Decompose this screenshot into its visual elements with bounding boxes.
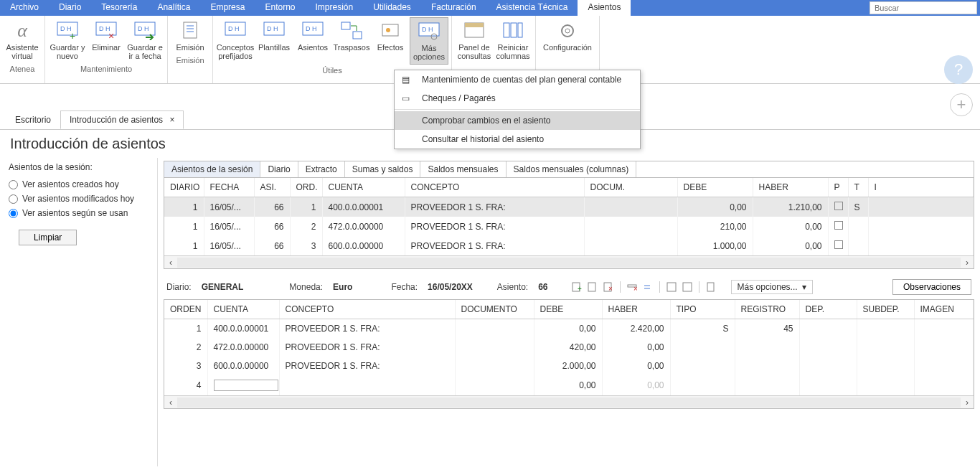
col-t[interactable]: T — [848, 178, 868, 197]
dd-comprobar-cambios[interactable]: Comprobar cambios en el asiento — [395, 111, 640, 130]
tb-remove-row[interactable]: × — [625, 280, 639, 294]
col-haber[interactable]: HABER — [602, 300, 670, 319]
dd-cheques-pagares[interactable]: ▭ Cheques / Pagarés — [395, 89, 640, 108]
radio-modificados-hoy[interactable]: Ver asientos modificados hoy — [9, 194, 149, 204]
ribbon-eliminar[interactable]: D H× Eliminar — [87, 17, 126, 63]
col-documento[interactable]: DOCUMENTO — [455, 300, 534, 319]
col-asi[interactable]: ASI. — [254, 178, 290, 197]
tb-swap[interactable] — [641, 280, 655, 294]
gtab-saldos-mensuales-col[interactable]: Saldos mensuales (columnas) — [507, 161, 637, 177]
col-diario[interactable]: DIARIO — [164, 178, 204, 197]
col-fecha[interactable]: FECHA — [204, 178, 254, 197]
close-icon[interactable]: × — [169, 115, 174, 125]
scroll-track[interactable] — [177, 398, 961, 408]
ribbon-panel-consultas[interactable]: Panel de consultas — [455, 17, 494, 63]
col-concepto[interactable]: CONCEPTO — [405, 178, 584, 197]
col-haber[interactable]: HABER — [753, 178, 828, 197]
col-i[interactable]: I — [868, 178, 974, 197]
menu-asientos[interactable]: Asientos — [578, 0, 631, 16]
col-docum[interactable]: DOCUM. — [584, 178, 677, 197]
ribbon-efectos[interactable]: Efectos — [371, 17, 410, 65]
gtab-saldos-mensuales[interactable]: Saldos mensuales — [420, 161, 506, 177]
col-debe[interactable]: DEBE — [534, 300, 602, 319]
help-button[interactable]: ? — [944, 55, 973, 84]
table-row[interactable]: 116/05/...661400.0.0.00001PROVEEDOR 1 S.… — [164, 197, 974, 217]
ribbon-guardar-ir-fecha[interactable]: D H Guardar e ir a fecha — [126, 17, 164, 63]
ribbon-reiniciar-columnas[interactable]: Reiniciar columnas — [494, 17, 532, 63]
cell-cuenta[interactable] — [207, 375, 279, 395]
ribbon-conceptos-prefijados[interactable]: D H Conceptos prefijados — [216, 17, 255, 65]
cell-p[interactable] — [828, 197, 848, 217]
table-row[interactable]: 40,000,00 — [164, 375, 974, 395]
table-row[interactable]: 2472.0.0.00000PROVEEDOR 1 S. FRA:420,000… — [164, 338, 974, 357]
menu-diario[interactable]: Diario — [49, 0, 91, 16]
col-ord[interactable]: ORD. — [290, 178, 322, 197]
col-registro[interactable]: REGISTRO — [735, 300, 799, 319]
col-subdep[interactable]: SUBDEP. — [857, 300, 914, 319]
table-row[interactable]: 1400.0.0.00001PROVEEDOR 1 S. FRA:0,002.4… — [164, 319, 974, 339]
dd-mantenimiento-cuentas[interactable]: ▤ Mantenimiento de cuentas del plan gene… — [395, 70, 640, 89]
gtab-sumas-saldos[interactable]: Sumas y saldos — [345, 161, 421, 177]
radio-segun-usan[interactable]: Ver asientos según se usan — [9, 208, 149, 218]
tb-new[interactable]: + — [570, 280, 584, 294]
ribbon-configuracion[interactable]: Configuración — [539, 17, 596, 55]
tb-m1[interactable] — [664, 280, 679, 294]
col-tipo[interactable]: TIPO — [670, 300, 735, 319]
menu-tesoreria[interactable]: Tesorería — [91, 0, 147, 16]
checkbox-icon[interactable] — [834, 202, 843, 210]
table-row[interactable]: 116/05/...663600.0.0.00000PROVEEDOR 1 S.… — [164, 236, 974, 255]
menu-asistencia[interactable]: Asistencia Técnica — [486, 0, 578, 16]
observaciones-button[interactable]: Observaciones — [892, 279, 971, 295]
col-orden[interactable]: ORDEN — [164, 300, 207, 319]
tab-escritorio[interactable]: Escritorio — [6, 110, 60, 129]
menu-impresion[interactable]: Impresión — [305, 0, 363, 16]
ribbon-guardar-nuevo[interactable]: D H+ Guardar y nuevo — [48, 17, 87, 63]
col-imagen[interactable]: IMAGEN — [914, 300, 974, 319]
menu-facturacion[interactable]: Facturación — [421, 0, 486, 16]
cell-p[interactable] — [828, 236, 848, 255]
search-input[interactable] — [870, 1, 977, 14]
scroll-right-icon[interactable]: › — [961, 258, 974, 268]
scroll-right-icon[interactable]: › — [961, 398, 974, 408]
gtab-extracto[interactable]: Extracto — [298, 161, 345, 177]
checkbox-icon[interactable] — [834, 221, 843, 230]
tb-delete[interactable]: × — [601, 280, 616, 294]
menu-archivo[interactable]: Archivo — [0, 0, 49, 16]
scroll-track[interactable] — [177, 258, 961, 268]
ribbon-asistente-virtual[interactable]: α Asistente virtual — [3, 17, 42, 63]
menu-utilidades[interactable]: Utilidades — [363, 0, 421, 16]
dd-consultar-historial[interactable]: Consultar el historial del asiento — [395, 130, 640, 149]
ribbon-asientos[interactable]: D H Asientos — [293, 17, 332, 65]
gtab-diario[interactable]: Diario — [260, 161, 298, 177]
add-tab-button[interactable]: + — [950, 93, 973, 116]
tb-edit[interactable] — [585, 280, 600, 294]
tab-introduccion-asientos[interactable]: Introducción de asientos × — [60, 110, 184, 129]
col-debe[interactable]: DEBE — [677, 178, 753, 197]
col-p[interactable]: P — [828, 178, 848, 197]
col-cuenta[interactable]: CUENTA — [322, 178, 405, 197]
menu-empresa[interactable]: Empresa — [200, 0, 255, 16]
table-row[interactable]: 116/05/...662472.0.0.00000PROVEEDOR 1 S.… — [164, 217, 974, 236]
col-cuenta[interactable]: CUENTA — [207, 300, 279, 319]
cell-cuenta[interactable]: 400.0.0.00001 — [207, 319, 279, 339]
ribbon-traspasos[interactable]: Traspasos — [332, 17, 371, 65]
cuenta-input[interactable] — [214, 380, 278, 391]
cell-p[interactable] — [828, 217, 848, 236]
ribbon-plantillas[interactable]: D H Plantillas — [255, 17, 293, 65]
limpiar-button[interactable]: Limpiar — [19, 230, 77, 245]
scroll-left-icon[interactable]: ‹ — [164, 398, 177, 408]
mas-opciones-button[interactable]: Más opciones... ▾ — [731, 280, 813, 294]
menu-entorno[interactable]: Entorno — [255, 0, 305, 16]
gtab-asientos-sesion[interactable]: Asientos de la sesión — [164, 161, 260, 177]
horizontal-scrollbar[interactable]: ‹ › — [164, 395, 974, 408]
ribbon-emision[interactable]: Emisión — [171, 17, 209, 55]
scroll-left-icon[interactable]: ‹ — [164, 258, 177, 268]
col-concepto[interactable]: CONCEPTO — [279, 300, 455, 319]
menu-analitica[interactable]: Analítica — [147, 0, 200, 16]
col-dep[interactable]: DEP. — [799, 300, 857, 319]
tb-doc[interactable] — [704, 280, 718, 294]
radio-creados-hoy[interactable]: Ver asientos creados hoy — [9, 179, 149, 189]
ribbon-mas-opciones[interactable]: D H Más opciones — [410, 17, 448, 65]
tb-m2[interactable] — [680, 280, 694, 294]
checkbox-icon[interactable] — [834, 240, 843, 249]
